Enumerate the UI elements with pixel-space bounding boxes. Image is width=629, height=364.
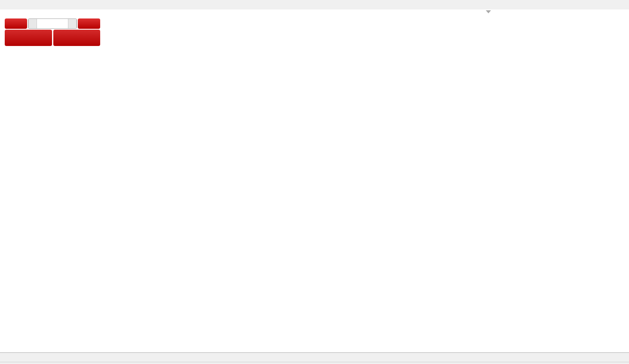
sell-button[interactable] xyxy=(5,18,27,29)
volume-field[interactable] xyxy=(37,19,68,28)
chart-tab-bar xyxy=(0,352,629,362)
bid-quote-button[interactable] xyxy=(5,30,52,46)
one-click-quote-row xyxy=(5,30,100,46)
one-click-trading-panel xyxy=(4,18,101,46)
timeframe-toolbar xyxy=(0,0,629,10)
status-strip xyxy=(0,362,629,364)
chart-title xyxy=(9,12,14,17)
chart-window xyxy=(0,9,629,352)
one-click-top-row xyxy=(5,18,100,29)
price-chart-canvas[interactable] xyxy=(0,9,629,352)
volume-decrease-icon[interactable] xyxy=(28,19,37,28)
chart-shift-marker-icon[interactable] xyxy=(486,10,491,13)
buy-button[interactable] xyxy=(78,18,100,29)
mt4-application xyxy=(0,0,629,364)
ask-quote-button[interactable] xyxy=(53,30,101,46)
volume-stepper xyxy=(28,18,77,29)
volume-increase-icon[interactable] xyxy=(68,19,77,28)
